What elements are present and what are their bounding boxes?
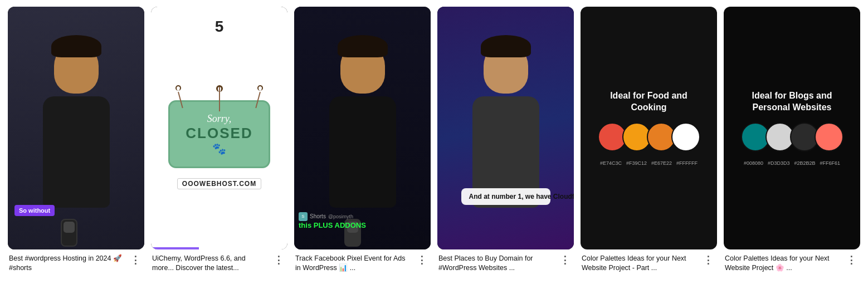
palette-circles-5: [598, 123, 700, 151]
more-button-2[interactable]: ⋮: [271, 254, 286, 266]
meta-row-5: Color Palettes Ideas for your Next Websi…: [581, 249, 717, 273]
thumbnail-5[interactable]: Ideal for Food and Cooking #E74C3C #F39C…: [581, 7, 717, 249]
thumbnail-2[interactable]: 5 Sorry, CLOSED 🐾 OOOWEBHOST.COM: [151, 7, 287, 249]
sign-sorry: Sorry,: [186, 113, 252, 125]
sign-closed: CLOSED: [186, 125, 252, 142]
brand-logo: S: [299, 212, 308, 221]
palette-title-6: Ideal for Blogs and Personal Websites: [735, 90, 849, 114]
palette-title-5: Ideal for Food and Cooking: [592, 90, 706, 114]
palette-label-2: #F39C12: [626, 160, 647, 166]
video-title-1: Best #wordpress Hosting in 2024 🚀 #short…: [9, 254, 125, 273]
thumbnail-6[interactable]: Ideal for Blogs and Personal Websites #0…: [724, 7, 860, 249]
palette-label-1: #E74C3C: [600, 160, 622, 166]
palette-label-6-3: #2B2B2B: [794, 160, 816, 166]
more-button-1[interactable]: ⋮: [128, 254, 143, 266]
meta-row-4: Best Places to Buy Domain for #WordPress…: [437, 249, 574, 273]
video-title-4: Best Places to Buy Domain for #WordPress…: [438, 254, 554, 273]
video-title-2: UiChemy, WordPress 6.6, and more... Disc…: [152, 254, 268, 273]
sorry-closed-sign: Sorry, CLOSED 🐾: [168, 100, 270, 168]
more-button-4[interactable]: ⋮: [558, 254, 573, 266]
palette-label-6-4: #FF6F61: [820, 160, 841, 166]
palette-labels-5: #E74C3C #F39C12 #E67E22 #FFFFFF: [600, 160, 698, 166]
studio-title: this PLUS ADDONS: [299, 221, 426, 229]
thumbnail-1[interactable]: So without: [8, 7, 144, 249]
studio-brand: S Shorts @posimyth: [299, 212, 426, 221]
meta-row-3: Track Facebook Pixel Event for Ads in Wo…: [294, 249, 431, 273]
meta-row-6: Color Palettes Ideas for your Next Websi…: [724, 249, 860, 273]
progress-bar-container: [151, 247, 287, 249]
video-item-1: So without Best #wordpress Hosting in 20…: [4, 7, 148, 273]
meta-row-1: Best #wordpress Hosting in 2024 🚀 #short…: [8, 249, 144, 273]
overlay-plain: this: [299, 221, 314, 229]
palette-circle-4: [671, 123, 700, 151]
video-title-3: Track Facebook Pixel Event for Ads in Wo…: [295, 254, 411, 273]
palette-label-6-2: #D3D3D3: [768, 160, 790, 166]
channel-name: @posimyth: [328, 214, 353, 219]
palette-labels-6: #008080 #D3D3D3 #2B2B2B #FF6F61: [744, 160, 840, 166]
palette-circle-6-4: [815, 123, 843, 151]
number-badge: 5: [215, 18, 224, 36]
thumbnail-3[interactable]: S Shorts @posimyth this PLUS ADDONS: [294, 7, 431, 249]
video-feed: So without Best #wordpress Hosting in 20…: [0, 0, 868, 280]
palette-circles-6: [741, 123, 843, 151]
video-item-6: Ideal for Blogs and Personal Websites #0…: [720, 7, 864, 273]
progress-bar-fill: [151, 247, 199, 249]
more-button-5[interactable]: ⋮: [701, 254, 716, 266]
palette-label-4: #FFFFFF: [676, 160, 698, 166]
meta-row-2: UiChemy, WordPress 6.6, and more... Disc…: [151, 249, 287, 273]
caption-badge-1: So without: [14, 205, 55, 216]
webhost-text: OOOWEBHOST.COM: [177, 178, 261, 189]
palette-label-3: #E67E22: [651, 160, 672, 166]
video-item-4: And at number 1, we have Cloudflare Best…: [434, 7, 577, 273]
video-item-5: Ideal for Food and Cooking #E74C3C #F39C…: [577, 7, 720, 273]
palette-label-6-1: #008080: [744, 160, 763, 166]
sign-paw: 🐾: [212, 143, 226, 155]
overlay-accent: PLUS ADDONS: [314, 221, 366, 229]
cloudflare-badge: And at number 1, we have Cloudflare: [461, 188, 550, 205]
thumbnail-4[interactable]: And at number 1, we have Cloudflare: [437, 7, 574, 249]
more-button-3[interactable]: ⋮: [415, 254, 430, 266]
brand-name: Shorts: [310, 213, 326, 219]
video-title-5: Color Palettes Ideas for your Next Websi…: [582, 254, 698, 273]
studio-overlay: S Shorts @posimyth this PLUS ADDONS: [299, 212, 426, 229]
video-title-6: Color Palettes Ideas for your Next Websi…: [725, 254, 841, 273]
video-item-3: S Shorts @posimyth this PLUS ADDONS Trac…: [291, 7, 434, 273]
more-button-6[interactable]: ⋮: [844, 254, 859, 266]
video-item-2: 5 Sorry, CLOSED 🐾 OOOWEBHOST.COM: [148, 7, 291, 273]
